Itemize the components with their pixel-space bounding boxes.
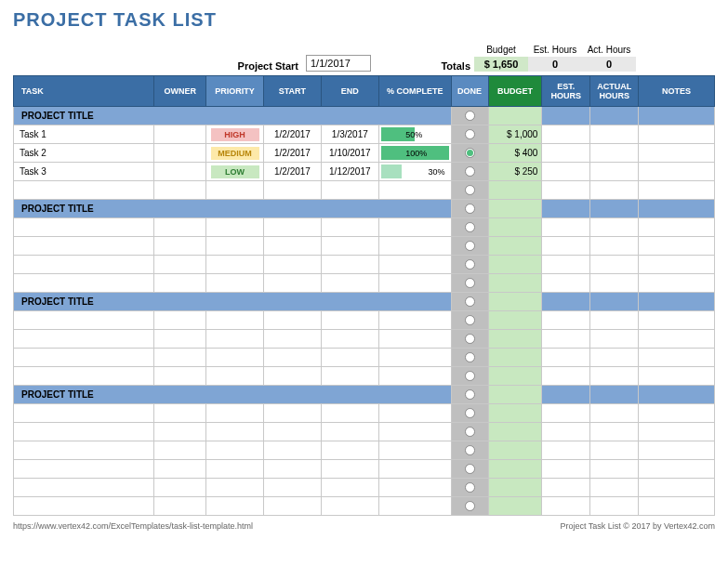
notes-cell[interactable] bbox=[639, 349, 715, 367]
start-cell[interactable] bbox=[264, 274, 322, 293]
owner-cell[interactable] bbox=[154, 349, 206, 367]
end-cell[interactable] bbox=[321, 330, 378, 349]
radio-icon[interactable] bbox=[465, 129, 475, 139]
act-cell[interactable] bbox=[590, 311, 639, 330]
priority-cell[interactable]: MEDIUM bbox=[206, 144, 264, 163]
act-cell[interactable] bbox=[590, 256, 639, 274]
radio-icon[interactable] bbox=[465, 427, 475, 437]
act-cell[interactable] bbox=[590, 163, 639, 181]
priority-cell[interactable] bbox=[206, 256, 264, 274]
done-cell[interactable] bbox=[451, 274, 488, 293]
priority-cell[interactable] bbox=[206, 441, 264, 460]
section-title[interactable]: PROJECT TITLE bbox=[14, 200, 452, 218]
end-cell[interactable] bbox=[321, 218, 378, 237]
project-start-input[interactable]: 1/1/2017 bbox=[306, 55, 371, 72]
budget-cell[interactable] bbox=[488, 330, 542, 349]
section-title[interactable]: PROJECT TITLE bbox=[14, 293, 452, 311]
est-cell[interactable] bbox=[542, 125, 590, 144]
pct-cell[interactable] bbox=[378, 404, 451, 423]
end-cell[interactable] bbox=[321, 349, 378, 367]
radio-icon[interactable] bbox=[465, 278, 475, 288]
notes-cell[interactable] bbox=[639, 293, 715, 311]
task-cell[interactable]: Task 2 bbox=[14, 144, 154, 163]
done-cell[interactable] bbox=[451, 330, 488, 349]
radio-icon[interactable] bbox=[465, 445, 475, 455]
act-cell[interactable] bbox=[590, 479, 639, 497]
end-cell[interactable] bbox=[321, 497, 378, 516]
priority-cell[interactable] bbox=[206, 237, 264, 256]
notes-cell[interactable] bbox=[639, 181, 715, 200]
notes-cell[interactable] bbox=[639, 460, 715, 479]
radio-icon[interactable] bbox=[465, 222, 475, 232]
end-cell[interactable] bbox=[321, 479, 378, 497]
task-cell[interactable] bbox=[14, 423, 154, 441]
task-cell[interactable] bbox=[14, 256, 154, 274]
pct-cell[interactable] bbox=[378, 367, 451, 386]
done-cell[interactable] bbox=[451, 311, 488, 330]
priority-cell[interactable] bbox=[206, 311, 264, 330]
radio-icon[interactable] bbox=[465, 204, 475, 214]
budget-cell[interactable]: $ 400 bbox=[488, 144, 542, 163]
done-cell[interactable] bbox=[451, 163, 488, 181]
owner-cell[interactable] bbox=[154, 479, 206, 497]
pct-cell[interactable] bbox=[378, 330, 451, 349]
start-cell[interactable] bbox=[264, 330, 322, 349]
done-cell[interactable] bbox=[451, 479, 488, 497]
task-cell[interactable] bbox=[14, 441, 154, 460]
done-cell[interactable] bbox=[451, 125, 488, 144]
task-cell[interactable] bbox=[14, 311, 154, 330]
pct-cell[interactable] bbox=[378, 274, 451, 293]
pct-cell[interactable] bbox=[378, 237, 451, 256]
priority-cell[interactable] bbox=[206, 218, 264, 237]
done-cell[interactable] bbox=[451, 256, 488, 274]
pct-cell[interactable] bbox=[378, 349, 451, 367]
radio-icon[interactable] bbox=[465, 389, 475, 400]
est-cell[interactable] bbox=[542, 367, 590, 386]
radio-icon[interactable] bbox=[465, 148, 475, 158]
notes-cell[interactable] bbox=[639, 311, 715, 330]
owner-cell[interactable] bbox=[154, 311, 206, 330]
task-cell[interactable] bbox=[14, 181, 154, 200]
pct-cell[interactable] bbox=[378, 479, 451, 497]
radio-icon[interactable] bbox=[465, 241, 475, 251]
radio-icon[interactable] bbox=[465, 501, 475, 511]
owner-cell[interactable] bbox=[154, 218, 206, 237]
est-cell[interactable] bbox=[542, 460, 590, 479]
radio-icon[interactable] bbox=[465, 111, 475, 121]
est-cell[interactable] bbox=[542, 330, 590, 349]
budget-cell[interactable] bbox=[488, 181, 542, 200]
owner-cell[interactable] bbox=[154, 125, 206, 144]
notes-cell[interactable] bbox=[639, 404, 715, 423]
est-cell[interactable] bbox=[542, 404, 590, 423]
task-cell[interactable] bbox=[14, 237, 154, 256]
task-cell[interactable]: Task 1 bbox=[14, 125, 154, 144]
start-cell[interactable] bbox=[264, 423, 322, 441]
done-cell[interactable] bbox=[451, 367, 488, 386]
notes-cell[interactable] bbox=[639, 367, 715, 386]
done-cell[interactable] bbox=[451, 497, 488, 516]
done-cell[interactable] bbox=[451, 200, 488, 218]
act-cell[interactable] bbox=[590, 200, 639, 218]
act-cell[interactable] bbox=[590, 144, 639, 163]
start-cell[interactable] bbox=[264, 460, 322, 479]
act-cell[interactable] bbox=[590, 237, 639, 256]
priority-cell[interactable] bbox=[206, 479, 264, 497]
notes-cell[interactable] bbox=[639, 125, 715, 144]
act-cell[interactable] bbox=[590, 497, 639, 516]
notes-cell[interactable] bbox=[639, 386, 715, 404]
priority-cell[interactable] bbox=[206, 423, 264, 441]
done-cell[interactable] bbox=[451, 181, 488, 200]
notes-cell[interactable] bbox=[639, 107, 715, 125]
notes-cell[interactable] bbox=[639, 237, 715, 256]
start-cell[interactable] bbox=[264, 181, 322, 200]
act-cell[interactable] bbox=[590, 441, 639, 460]
notes-cell[interactable] bbox=[639, 144, 715, 163]
radio-icon[interactable] bbox=[465, 296, 475, 307]
est-cell[interactable] bbox=[542, 497, 590, 516]
notes-cell[interactable] bbox=[639, 497, 715, 516]
est-cell[interactable] bbox=[542, 386, 590, 404]
budget-cell[interactable] bbox=[488, 256, 542, 274]
priority-cell[interactable] bbox=[206, 181, 264, 200]
pct-cell[interactable]: 50% bbox=[378, 125, 451, 144]
pct-cell[interactable] bbox=[378, 497, 451, 516]
